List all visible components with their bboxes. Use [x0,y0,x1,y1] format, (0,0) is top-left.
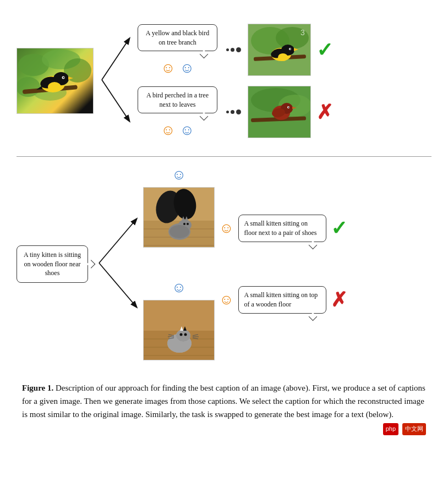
smiley-orange-bottom-1: ☺ [219,221,234,235]
dot-2a [226,111,229,113]
cn-badge: 中文网 [402,423,426,435]
bottom-section: A tiny kitten is sitting on wooden floor… [17,157,431,371]
figure-label: Figure 1. [22,384,53,392]
svg-point-55 [187,223,189,225]
smiley-orange-1: ☺ [161,61,176,75]
php-text: php [386,424,396,434]
thought-dots-2 [226,109,241,114]
top-section: A yellow and black bird on tree branch ☺… [17,11,431,157]
svg-line-39 [99,219,136,263]
bottom-caption-1-text: A small kitten sitting on floor next to … [244,220,317,237]
smiley-blue-bottom-2: ☺ [172,281,187,295]
source-image-container [17,48,94,114]
svg-point-64 [176,330,190,342]
bottom-right-panel: ☺ A small kitten sitting on floor next t… [219,215,431,313]
source-bird-image [17,48,94,114]
source-caption-bubble: A tiny kitten is sitting on wooden floor… [17,245,88,283]
svg-point-12 [63,77,64,78]
caption-bubble-1: A yellow and black bird on tree branch [138,24,217,52]
caption-bubble-2: A bird perched in a tree next to leaves [138,86,217,114]
bottom-caption-bubble-2: A small kitten sitting on top of a woode… [238,286,326,314]
bottom-branch-arrows [94,186,143,342]
bottom-caption-row-1: ☺ A small kitten sitting on floor next t… [219,215,431,242]
result-image-3 [143,187,215,248]
x-mark-1: ✗ [316,101,333,124]
main-container: A yellow and black bird on tree branch ☺… [0,0,448,437]
svg-line-40 [99,263,136,307]
svg-point-54 [183,223,185,225]
top-row-1: A yellow and black bird on tree branch ☺… [138,24,431,76]
figure-text: Description of our approach for finding … [22,384,425,419]
top-right-panel: A yellow and black bird on tree branch ☺… [138,24,431,138]
svg-point-68 [184,333,187,336]
smiley-pair-1: ☺ ☺ [161,61,194,75]
caption-1-text: A yellow and black bird on tree branch [146,29,209,46]
smiley-blue-bottom-1: ☺ [172,168,187,182]
svg-line-14 [102,39,129,80]
bottom-caption-row-2: ☺ A small kitten sitting on top of a woo… [219,286,431,314]
bottom-left: A tiny kitten is sitting on wooden floor… [17,245,88,283]
dot-2c [236,109,241,114]
bottom-caption-bubble-1: A small kitten sitting on floor next to … [238,215,326,242]
dot-1b [231,48,234,52]
spacer [219,250,431,278]
svg-line-15 [102,80,129,121]
dot-1a [226,48,229,51]
source-caption-text: A tiny kitten is sitting on wooden floor… [24,251,81,277]
check-mark-1: ✓ [316,39,333,62]
result-image-1: 3 [248,24,311,76]
svg-point-9 [48,82,61,92]
check-mark-2: ✓ [331,217,347,240]
figure-caption: Figure 1. Description of our approach fo… [17,371,431,426]
svg-text:3: 3 [301,28,305,37]
smiley-blue-2: ☺ [180,123,195,138]
cn-text: 中文网 [405,424,423,434]
smiley-orange-2: ☺ [161,123,176,138]
smiley-orange-bottom-2: ☺ [219,293,234,307]
svg-point-51 [170,225,189,238]
caption-2-text: A bird perched in a tree next to leaves [146,91,209,108]
dot-2b [231,110,234,114]
bottom-middle-col: ☺ [143,168,215,360]
result-image-2 [248,86,311,138]
x-mark-2: ✗ [331,288,347,311]
bottom-img-group-2: ☺ [143,281,215,360]
top-row-2: A bird perched in a tree next to leaves … [138,86,431,138]
bottom-img-group-1: ☺ [143,168,215,248]
dot-1c [236,47,241,52]
thought-dots-1 [226,47,241,52]
svg-point-27 [290,48,291,50]
smiley-pair-2: ☺ ☺ [161,123,194,138]
php-badge: php [383,423,398,435]
smiley-blue-1: ☺ [180,61,195,75]
top-branch-arrows [99,17,138,145]
bottom-caption-2-text: A small kitten sitting on top of a woode… [244,291,318,308]
svg-point-24 [278,53,288,61]
svg-point-38 [288,107,289,108]
svg-point-67 [180,333,183,336]
result-image-4 [143,300,215,360]
